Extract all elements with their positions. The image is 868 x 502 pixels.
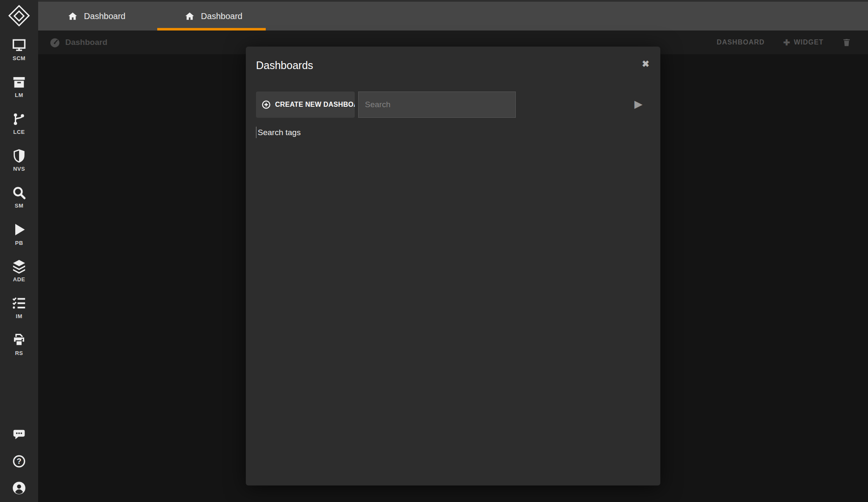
search-tags-input[interactable]: Search tags xyxy=(256,127,650,138)
breadcrumb: Dashboard xyxy=(49,37,107,48)
app-logo[interactable] xyxy=(0,0,38,31)
monitor-icon xyxy=(11,38,27,53)
sidebar: SCM LM LCE NVS SM xyxy=(0,0,38,502)
breadcrumb-label: Dashboard xyxy=(65,38,107,47)
close-icon[interactable]: ✖ xyxy=(642,59,649,68)
sidebar-bottom: ? xyxy=(12,421,26,502)
printer-icon xyxy=(12,333,26,347)
sidebar-item-pb[interactable]: PB xyxy=(0,216,38,252)
tab-dashboard-2-active[interactable]: Dashboard xyxy=(155,2,272,31)
sidebar-item-account[interactable] xyxy=(12,474,26,501)
sidebar-item-help[interactable]: ? xyxy=(12,448,26,474)
sidebar-item-label: IM xyxy=(16,313,22,319)
search-input[interactable] xyxy=(358,92,516,118)
add-widget-label: WIDGET xyxy=(794,39,823,46)
tab-dashboard-1[interactable]: Dashboard xyxy=(38,2,155,31)
sidebar-item-label: PB xyxy=(15,240,23,246)
git-branch-icon xyxy=(12,112,26,126)
sidebar-item-nvs[interactable]: NVS xyxy=(0,142,38,179)
shield-icon xyxy=(12,149,26,163)
sidebar-item-label: ADE xyxy=(13,276,25,283)
sidebar-item-ade[interactable]: ADE xyxy=(0,252,38,289)
plus-icon: ✚ xyxy=(783,38,790,47)
dashboards-modal: Dashboards ✖ CREATE NEW DASHBOARD ▶ Sear… xyxy=(246,47,660,485)
layers-icon xyxy=(11,259,27,274)
modal-header: Dashboards ✖ xyxy=(246,47,660,72)
create-new-dashboard-button[interactable]: CREATE NEW DASHBOARD xyxy=(256,92,355,118)
trash-icon[interactable] xyxy=(842,37,851,47)
sidebar-item-sm[interactable]: SM xyxy=(0,179,38,216)
tab-label: Dashboard xyxy=(84,11,125,21)
search-icon xyxy=(12,186,26,200)
sidebar-item-feedback[interactable] xyxy=(12,421,26,448)
sidebar-item-lce[interactable]: LCE xyxy=(0,105,38,142)
sidebar-item-label: NVS xyxy=(13,166,25,172)
sidebar-item-im[interactable]: IM xyxy=(0,289,38,326)
sidebar-item-scm[interactable]: SCM xyxy=(0,31,38,68)
home-icon xyxy=(185,11,195,21)
checklist-icon xyxy=(11,296,27,311)
plus-circle-icon xyxy=(262,100,271,109)
search-tags-placeholder: Search tags xyxy=(258,128,300,137)
sidebar-item-label: LCE xyxy=(13,129,25,135)
play-icon xyxy=(11,222,27,237)
sidebar-item-label: SM xyxy=(15,202,24,209)
svg-text:?: ? xyxy=(17,457,22,466)
sidebar-item-label: RS xyxy=(15,350,23,356)
text-cursor xyxy=(256,127,256,138)
tab-label: Dashboard xyxy=(201,11,242,21)
gauge-icon xyxy=(49,37,61,48)
sidebar-item-label: LM xyxy=(15,92,23,98)
add-widget-button[interactable]: ✚ WIDGET xyxy=(783,38,823,47)
modal-controls: CREATE NEW DASHBOARD ▶ xyxy=(256,92,650,118)
main-area: Dashboard Dashboard Dashboard DASHBOARD xyxy=(38,0,868,502)
tab-bar: Dashboard Dashboard xyxy=(38,0,868,31)
sidebar-item-rs[interactable]: RS xyxy=(0,326,38,363)
modal-title: Dashboards xyxy=(256,59,313,72)
sidebar-item-label: SCM xyxy=(13,55,25,61)
archive-icon xyxy=(12,75,26,89)
dashboard-menu-button[interactable]: DASHBOARD xyxy=(717,39,765,46)
home-icon xyxy=(68,11,78,21)
logo-diamond-icon xyxy=(8,5,30,27)
sidebar-item-lm[interactable]: LM xyxy=(0,68,38,105)
help-icon: ? xyxy=(12,455,26,468)
user-icon xyxy=(12,481,26,495)
chat-icon xyxy=(12,428,26,441)
expand-arrow-icon[interactable]: ▶ xyxy=(634,99,643,109)
create-new-dashboard-label: CREATE NEW DASHBOARD xyxy=(275,101,355,108)
toolbar-actions: DASHBOARD ✚ WIDGET xyxy=(717,37,851,47)
